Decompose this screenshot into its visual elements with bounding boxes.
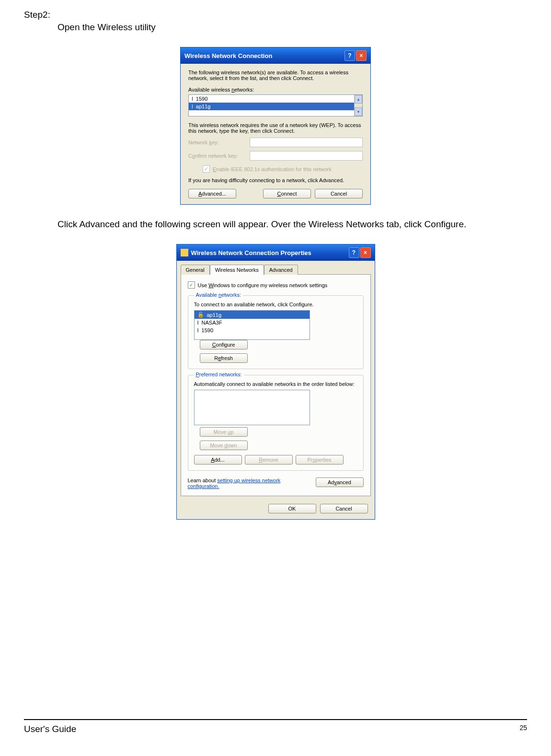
advanced-button[interactable]: Advanced (316, 477, 364, 487)
step-number: Step2: (24, 10, 527, 20)
step-description: Click Advanced and the following screen … (57, 219, 527, 230)
help-icon[interactable]: ? (344, 50, 355, 61)
enable-8021x-label: Enable IEEE 802.1x authentication for th… (213, 166, 332, 172)
use-windows-checkbox[interactable]: ✓ (188, 281, 195, 289)
cancel-button[interactable]: Cancel (315, 189, 363, 198)
network-list[interactable]: I 1590 I ap11g ▲ ▼ (188, 94, 363, 116)
dialog-title: Wireless Network Connection Properties (191, 249, 311, 256)
titlebar: Wireless Network Connection Properties ?… (177, 244, 375, 261)
dialog-title: Wireless Network Connection (184, 52, 272, 59)
scroll-down-icon[interactable]: ▼ (355, 107, 362, 116)
properties-button[interactable]: Properties (296, 455, 344, 465)
network-item-selected[interactable]: I ap11g (189, 103, 362, 110)
available-desc: To connect to an available network, clic… (194, 302, 357, 307)
antenna-icon: I (197, 320, 199, 326)
antenna-icon: I (192, 96, 193, 102)
confirm-key-input[interactable] (250, 151, 363, 161)
list-item[interactable]: 🔓 ap11g (195, 311, 310, 319)
move-up-button[interactable]: Move up (200, 427, 248, 437)
page-number: 25 (519, 724, 527, 734)
advanced-button[interactable]: Advanced... (188, 189, 236, 198)
network-key-input[interactable] (250, 138, 363, 147)
list-item[interactable]: I NASA3F (195, 319, 310, 326)
network-name: ap11g (196, 104, 211, 109)
available-legend: Available networks: (194, 292, 243, 298)
network-name: 1590 (202, 327, 213, 333)
ok-button[interactable]: OK (268, 504, 316, 513)
close-icon[interactable]: × (356, 50, 367, 61)
network-name: 1590 (196, 96, 207, 102)
add-button[interactable]: Add... (194, 455, 242, 465)
network-key-label: Network key: (188, 140, 246, 145)
antenna-icon: I (197, 327, 199, 333)
connect-button[interactable]: Connect (263, 189, 311, 198)
scrollbar[interactable]: ▲ ▼ (354, 95, 362, 116)
preferred-desc: Automatically connect to available netwo… (194, 381, 357, 387)
preferred-legend: Preferred networks: (194, 372, 244, 377)
confirm-key-label: Confirm network key: (188, 153, 246, 159)
scroll-up-icon[interactable]: ▲ (355, 95, 362, 104)
wireless-connection-dialog: Wireless Network Connection ? × The foll… (180, 47, 371, 205)
list-item[interactable]: I 1590 (195, 326, 310, 334)
available-label: Available wireless networks: (188, 87, 363, 93)
cancel-button[interactable]: Cancel (320, 504, 368, 513)
available-networks-list[interactable]: 🔓 ap11g I NASA3F I 1590 (194, 310, 310, 340)
antenna-icon: I (192, 104, 193, 109)
tab-wireless-networks[interactable]: Wireless Networks (210, 265, 264, 275)
secured-network-icon: 🔓 (197, 312, 204, 318)
network-item[interactable]: I 1590 (189, 95, 362, 103)
wireless-properties-dialog: Wireless Network Connection Properties ?… (176, 244, 375, 520)
wireless-icon (181, 249, 188, 256)
footer-guide: User's Guide (24, 724, 76, 734)
refresh-button[interactable]: Refresh (200, 353, 248, 363)
move-down-button[interactable]: Move down (200, 441, 248, 450)
configure-button[interactable]: Configure (200, 340, 248, 349)
help-icon[interactable]: ? (349, 247, 359, 258)
difficulty-text: If you are having difficulty connecting … (188, 177, 363, 183)
step-instruction: Open the Wireless utility (57, 22, 527, 33)
info-text: The following wireless network(s) are av… (188, 70, 363, 81)
tab-general[interactable]: General (181, 265, 210, 275)
learn-text: Learn about setting up wireless network … (188, 477, 298, 489)
tab-advanced[interactable]: Advanced (264, 265, 298, 275)
network-name: NASA3F (202, 320, 222, 326)
enable-8021x-checkbox[interactable] (203, 165, 210, 173)
titlebar: Wireless Network Connection ? × (181, 47, 370, 64)
remove-button[interactable]: Remove (245, 455, 293, 465)
wep-text: This wireless network requires the use o… (188, 122, 363, 134)
network-name: ap11g (207, 312, 222, 318)
preferred-networks-list[interactable] (194, 390, 310, 425)
use-windows-label: Use Windows to configure my wireless net… (198, 282, 328, 288)
close-icon[interactable]: × (360, 247, 371, 258)
